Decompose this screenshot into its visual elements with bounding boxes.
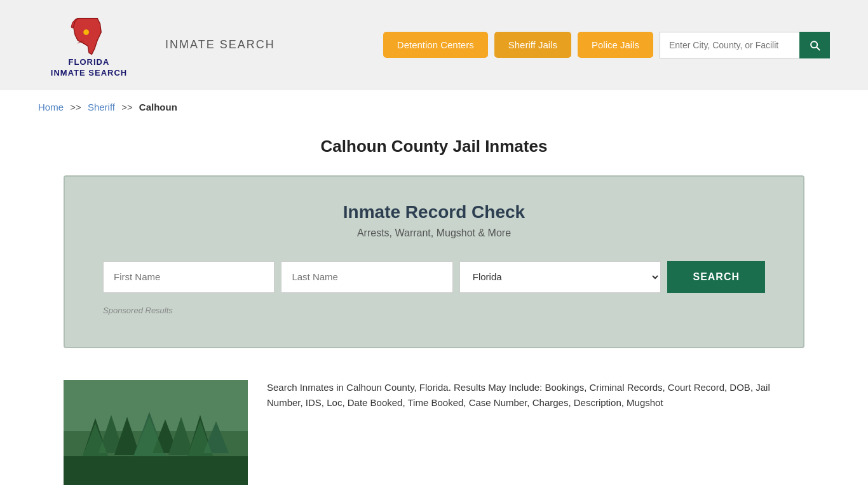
bottom-description: Search Inmates in Calhoun County, Florid…	[267, 380, 804, 410]
record-check-title: Inmate Record Check	[103, 202, 765, 222]
svg-rect-14	[64, 456, 248, 485]
police-jails-button[interactable]: Police Jails	[578, 32, 653, 58]
header-search-input[interactable]	[660, 32, 799, 58]
inmate-search-label: INMATE SEARCH	[165, 38, 275, 51]
county-landscape-image	[64, 380, 248, 485]
detention-centers-button[interactable]: Detention Centers	[383, 32, 488, 58]
breadcrumb-home[interactable]: Home	[38, 102, 64, 112]
sponsored-results-label: Sponsored Results	[103, 306, 765, 315]
header-search-bar	[660, 32, 830, 58]
breadcrumb: Home >> Sheriff >> Calhoun	[0, 90, 868, 124]
search-icon	[808, 39, 821, 51]
svg-rect-5	[64, 380, 248, 431]
breadcrumb-sep1: >>	[70, 102, 81, 112]
site-header: FLORIDA INMATE SEARCH INMATE SEARCH Dete…	[0, 0, 868, 90]
bottom-section: Search Inmates in Calhoun County, Florid…	[0, 367, 868, 488]
header-search-button[interactable]	[799, 32, 830, 58]
nav-area: Detention Centers Sheriff Jails Police J…	[383, 32, 830, 58]
breadcrumb-sep2: >>	[121, 102, 133, 112]
logo-title-line1: FLORIDA	[69, 57, 110, 68]
logo-area: FLORIDA INMATE SEARCH	[38, 13, 140, 78]
breadcrumb-sheriff[interactable]: Sheriff	[88, 102, 115, 112]
first-name-input[interactable]	[103, 261, 275, 293]
page-title: Calhoun County Jail Inmates	[38, 137, 830, 156]
svg-marker-0	[74, 18, 102, 55]
breadcrumb-current: Calhoun	[139, 102, 177, 112]
record-search-button[interactable]: SEARCH	[667, 261, 765, 293]
logo-title-line2: INMATE SEARCH	[51, 68, 127, 78]
record-check-box: Inmate Record Check Arrests, Warrant, Mu…	[64, 175, 804, 348]
sheriff-jails-button[interactable]: Sheriff Jails	[494, 32, 571, 58]
last-name-input[interactable]	[281, 261, 452, 293]
page-title-area: Calhoun County Jail Inmates	[0, 124, 868, 175]
svg-point-2	[83, 29, 89, 35]
record-search-row: Florida Alabama Georgia SEARCH	[103, 261, 765, 293]
state-select[interactable]: Florida Alabama Georgia	[459, 261, 661, 293]
florida-map-logo	[67, 13, 111, 57]
record-check-subtitle: Arrests, Warrant, Mugshot & More	[103, 227, 765, 239]
county-image	[64, 380, 248, 485]
